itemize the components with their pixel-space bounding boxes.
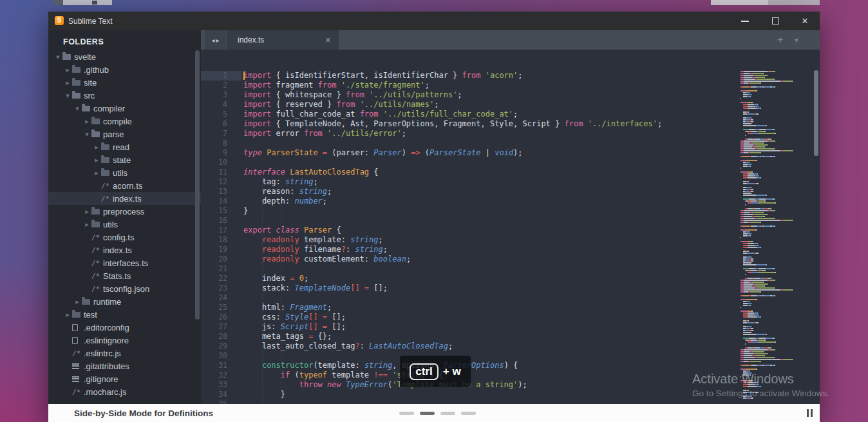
code-line[interactable]: last_auto_closed_tag?: LastAutoClosedTag… <box>243 341 739 351</box>
code-line[interactable]: readonly customElement: boolean; <box>243 254 739 264</box>
carousel-dash-1[interactable] <box>399 412 414 415</box>
title-bar[interactable]: S Sublime Text ✕ <box>48 12 820 30</box>
code-line[interactable]: throw new TypeError('Template must be a … <box>243 380 739 390</box>
new-tab-button[interactable]: + <box>777 34 783 46</box>
code-line[interactable]: css: Style[] = []; <box>243 312 739 322</box>
code-line[interactable] <box>243 293 739 303</box>
sidebar-item-state[interactable]: ▸state <box>48 153 201 166</box>
code-line[interactable]: import fragment from './state/fragment'; <box>243 81 739 90</box>
chevron-right-icon[interactable]: ▸ <box>92 143 101 151</box>
minimap-token <box>774 287 775 289</box>
sidebar-item-site[interactable]: ▸site <box>48 76 201 89</box>
code-line[interactable]: stack: TemplateNode[] = []; <box>243 283 739 293</box>
chevron-right-icon[interactable]: ▸ <box>82 117 91 126</box>
sidebar-item-tsconfig-json[interactable]: /*tsconfig.json <box>48 282 201 295</box>
sidebar-item-compile[interactable]: ▸compile <box>48 115 201 128</box>
code-line[interactable]: readonly filename?: string; <box>243 245 739 254</box>
sidebar-item-index-ts[interactable]: /*index.ts <box>48 244 201 256</box>
minimap-token <box>759 341 775 343</box>
minimap[interactable] <box>741 71 813 401</box>
chevron-right-icon[interactable]: ▸ <box>63 66 72 74</box>
sidebar-item--eslintignore[interactable]: .eslintignore <box>48 334 201 347</box>
sidebar-item--editorconfig[interactable]: .editorconfig <box>48 321 201 334</box>
code-line[interactable]: export class Parser { <box>243 225 739 235</box>
chevron-right-icon[interactable]: ▸ <box>73 298 82 306</box>
sidebar-item-interfaces-ts[interactable]: /*interfaces.ts <box>48 256 201 269</box>
chevron-right-icon[interactable]: ▸ <box>92 156 101 164</box>
sidebar-item-config-ts[interactable]: /*config.ts <box>48 231 201 244</box>
sidebar-item-compiler[interactable]: ▾compiler <box>48 102 201 115</box>
chevron-down-icon[interactable]: ▾ <box>82 130 91 139</box>
maximize-button[interactable] <box>760 12 790 30</box>
code-line[interactable]: reason: string; <box>243 187 739 197</box>
code-line[interactable]: readonly template: string; <box>243 235 739 245</box>
tab-index-ts[interactable]: index.ts ✕ <box>227 30 339 50</box>
minimize-button[interactable] <box>730 12 760 30</box>
chevron-down-icon[interactable]: ▾ <box>53 53 62 61</box>
sidebar-item-svelte[interactable]: ▾svelte <box>48 50 201 63</box>
code-line[interactable]: import { whitespace } from '../utils/pat… <box>243 90 739 100</box>
code-line[interactable]: import full_char_code_at from '../utils/… <box>243 110 739 119</box>
carousel-dash-3[interactable] <box>440 412 455 415</box>
sidebar-item-acorn-ts[interactable]: /*acorn.ts <box>48 179 201 192</box>
code-line[interactable]: interface LastAutoClosedTag { <box>243 168 739 177</box>
code-token: '../interfaces' <box>583 119 657 128</box>
code-line[interactable]: tag: string; <box>243 177 739 187</box>
code-line[interactable] <box>243 264 739 274</box>
chevron-down-icon[interactable]: ▾ <box>63 91 72 100</box>
sidebar-item-read[interactable]: ▸read <box>48 140 201 153</box>
code-lines[interactable]: import { isIdentifierStart, isIdentifier… <box>243 71 739 419</box>
sidebar-item-index-ts[interactable]: /*index.ts <box>48 192 201 205</box>
code-line[interactable] <box>243 351 739 361</box>
sidebar-scrollbar[interactable] <box>195 50 200 320</box>
code-line[interactable]: import error from '../utils/error'; <box>243 129 739 139</box>
sidebar-item-label: Stats.ts <box>103 271 131 281</box>
code-line[interactable]: import { reserved } from '../utils/names… <box>243 100 739 110</box>
sidebar-item-runtime[interactable]: ▸runtime <box>48 295 201 308</box>
code-line[interactable] <box>243 158 739 168</box>
sidebar-item-stats-ts[interactable]: /*Stats.ts <box>48 269 201 282</box>
chevron-right-icon[interactable]: ▸ <box>63 311 72 319</box>
chevron-right-icon[interactable]: ▸ <box>82 220 91 229</box>
code-line[interactable]: index = 0; <box>243 274 739 283</box>
sidebar-item--github[interactable]: ▸.github <box>48 63 201 76</box>
chevron-right-icon[interactable]: ▸ <box>92 169 101 177</box>
sidebar-item-src[interactable]: ▾src <box>48 89 201 102</box>
sidebar-item-utils[interactable]: ▸utils <box>48 166 201 179</box>
sidebar-item-preprocess[interactable]: ▸preprocess <box>48 205 201 218</box>
editor-scrollbar[interactable] <box>814 70 818 156</box>
sidebar-item-utils[interactable]: ▸utils <box>48 218 201 231</box>
sidebar-item-test[interactable]: ▸test <box>48 308 201 321</box>
code-line[interactable]: if (typeof template !== 'string') { <box>243 370 739 380</box>
code-area[interactable]: 1234567891011121314151617181920212223242… <box>201 50 820 404</box>
code-line[interactable]: } <box>243 206 739 216</box>
code-line[interactable]: constructor(template: string, options: P… <box>243 361 739 370</box>
code-line[interactable] <box>243 139 739 148</box>
code-line[interactable]: meta_tags = {}; <box>243 332 739 341</box>
nav-back-icon[interactable]: ◂ <box>211 37 214 44</box>
code-line[interactable]: type ParserState = (parser: Parser) => (… <box>243 148 739 158</box>
carousel-dash-4[interactable] <box>461 412 476 415</box>
carousel-dash-2[interactable] <box>420 412 435 415</box>
chevron-right-icon[interactable]: ▸ <box>82 207 91 216</box>
code-line[interactable]: } <box>243 390 739 399</box>
code-line[interactable]: import { TemplateNode, Ast, ParserOption… <box>243 119 739 129</box>
code-line[interactable]: import { isIdentifierStart, isIdentifier… <box>243 71 739 81</box>
sidebar-item--eslintrc-js[interactable]: /*.eslintrc.js <box>48 347 201 360</box>
code-line[interactable]: html: Fragment; <box>243 303 739 312</box>
code-line[interactable]: js: Script[] = []; <box>243 322 739 332</box>
sidebar-item-parse[interactable]: ▾parse <box>48 128 201 140</box>
sidebar-item--gitattributes[interactable]: .gitattributes <box>48 360 201 372</box>
tab-close-icon[interactable]: ✕ <box>325 36 339 44</box>
code-line[interactable]: depth: number; <box>243 197 739 206</box>
tab-nav-arrows[interactable]: ◂ ▸ <box>205 30 226 50</box>
chevron-right-icon[interactable]: ▸ <box>63 79 72 87</box>
close-window-button[interactable]: ✕ <box>790 12 820 30</box>
sidebar-item--gitignore[interactable]: .gitignore <box>48 372 201 385</box>
chevron-down-icon[interactable]: ▾ <box>73 104 82 113</box>
pause-button[interactable] <box>807 409 813 417</box>
tab-list-dropdown-icon[interactable]: ▾ <box>795 36 798 44</box>
sidebar-item--mocharc-js[interactable]: /*.mocharc.js <box>48 385 201 398</box>
nav-forward-icon[interactable]: ▸ <box>216 37 220 44</box>
code-line[interactable] <box>243 216 739 225</box>
